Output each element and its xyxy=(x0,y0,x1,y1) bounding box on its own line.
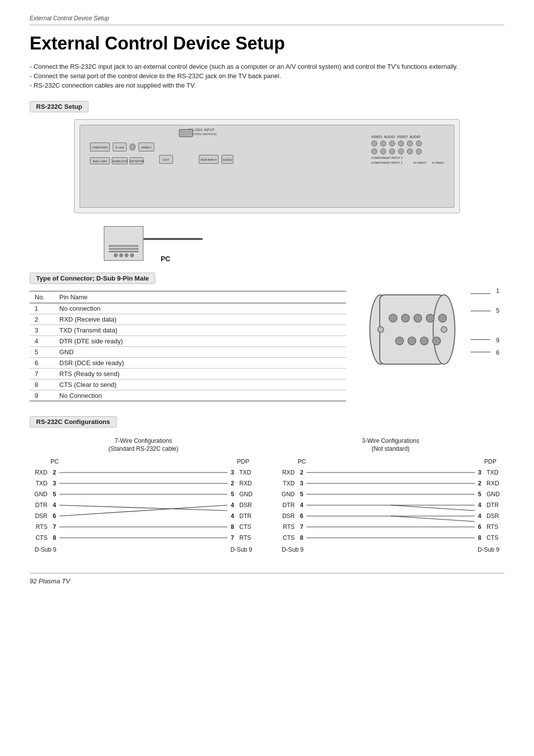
seven-wire-dsub-pc: D-Sub 9 xyxy=(35,546,56,553)
three-wire-dsub-pdp: D-Sub 9 xyxy=(478,546,499,553)
table-row: 9No Connection xyxy=(30,390,346,401)
connector-left: Type of Connector; D-Sub 9-Pin Male No. … xyxy=(30,273,346,401)
three-wire-pc-header: PC xyxy=(298,458,306,465)
panel-ports-mid-left: IEEE-1394 HDMI1:DVI MONITOR xyxy=(90,157,143,164)
pin-label-6: 6 xyxy=(496,349,499,356)
seven-wire-lines xyxy=(59,467,227,543)
panel-ports-left: CAM/CARD S-Link HDMI:2 xyxy=(90,142,154,151)
pin-name-cell: TXD (Transmit data) xyxy=(54,325,346,336)
wire-configs: 7-Wire Configurations (Standard RS-232C … xyxy=(30,437,504,553)
panel-ports-ext: EXT xyxy=(159,155,173,164)
line-to-pin-9 xyxy=(471,339,490,340)
page-footer: 92 Plasma TV xyxy=(30,573,504,585)
seven-wire-title: 7-Wire Configurations xyxy=(30,437,257,444)
svg-point-11 xyxy=(433,337,441,345)
pin-name-cell: GND xyxy=(54,347,346,358)
seven-wire-subtitle: (Standard RS-232C cable) xyxy=(30,445,257,452)
seven-wire-pc-col: RXD2 TXD3 GND5 DTR4 DSR6 RTS7 CTS8 xyxy=(30,467,59,543)
svg-point-5 xyxy=(414,314,422,322)
col-pin-header: Pin Name xyxy=(54,291,346,303)
seven-wire-pdp-header: PDP xyxy=(237,458,249,465)
seven-wire-pdp-col: 3TXD 2RXD 5GND 4DSR 4DTR 8CTS 7RTS xyxy=(227,467,257,543)
pin-name-cell: DSR (DCE side ready) xyxy=(54,358,346,369)
svg-line-18 xyxy=(59,505,227,516)
col-no-header: No. xyxy=(30,291,54,303)
pin-number-cell: 5 xyxy=(30,347,54,358)
pin-name-cell: RXD (Receive data) xyxy=(54,314,346,325)
cable-pc-area: PC xyxy=(74,218,460,263)
svg-point-7 xyxy=(439,314,446,322)
svg-line-25 xyxy=(391,505,475,511)
table-row: 2RXD (Receive data) xyxy=(30,314,346,325)
svg-point-9 xyxy=(408,337,416,345)
pin-label-9: 9 xyxy=(496,337,499,344)
tv-diagram-container: RS-232C INPUT(CONTROL/SERVICE) CAM/CARD … xyxy=(74,119,460,213)
pin-number-cell: 9 xyxy=(30,390,54,401)
page-header-label: External Control Device Setup xyxy=(30,15,504,22)
pin-number-cell: 8 xyxy=(30,379,54,390)
svg-point-8 xyxy=(396,337,403,345)
seven-wire-dsub-pdp: D-Sub 9 xyxy=(230,546,252,553)
pin-number-cell: 1 xyxy=(30,303,54,314)
rs232c-port xyxy=(179,129,193,137)
dsub-diagram: 1 5 9 6 xyxy=(366,292,504,368)
dsub-svg xyxy=(366,292,475,367)
rs232c-badge: RS-232C Setup xyxy=(30,101,89,112)
pin-number-cell: 2 xyxy=(30,314,54,325)
line-to-pin-6 xyxy=(471,352,490,352)
table-row: 4DTR (DTE side ready) xyxy=(30,336,346,347)
svg-line-28 xyxy=(391,516,475,521)
table-row: 5GND xyxy=(30,347,346,358)
svg-point-6 xyxy=(426,314,434,322)
svg-point-13 xyxy=(441,327,447,332)
pin-name-cell: No connection xyxy=(54,303,346,314)
pin-table: No. Pin Name 1No connection2RXD (Receive… xyxy=(30,291,346,401)
three-wire-block: 3-Wire Configurations (Not standard) PC … xyxy=(277,437,504,553)
table-row: 3TXD (Transmit data) xyxy=(30,325,346,336)
pin-label-5: 5 xyxy=(496,307,499,314)
pin-number-cell: 7 xyxy=(30,369,54,379)
svg-point-12 xyxy=(378,327,384,332)
pc-label-text: PC xyxy=(161,255,170,263)
three-wire-pdp-header: PDP xyxy=(484,458,496,465)
config-badge: RS-232C Configurations xyxy=(30,416,117,427)
svg-point-3 xyxy=(389,314,397,322)
line-to-pin-1 xyxy=(471,293,490,294)
three-wire-subtitle: (Not standard) xyxy=(277,445,504,452)
table-row: 8CTS (Clear to send) xyxy=(30,379,346,390)
config-section: RS-232C Configurations 7-Wire Configurat… xyxy=(30,416,504,553)
pin-number-cell: 4 xyxy=(30,336,54,347)
three-wire-pdp-col: 3TXD 2RXD 5GND 4DTR 4DSR 6RTS 8CTS xyxy=(475,467,504,543)
svg-point-4 xyxy=(401,314,409,322)
cable-line xyxy=(143,238,203,240)
panel-ports-right: VIDEO AUDIO VIDEO AUDIO xyxy=(371,135,444,164)
line-to-pin-5 xyxy=(471,311,490,311)
table-row: 6DSR (DCE side ready) xyxy=(30,358,346,369)
connector-badge: Type of Connector; D-Sub 9-Pin Male xyxy=(30,273,155,284)
three-wire-dsub-pc: D-Sub 9 xyxy=(282,546,304,553)
pin-number-cell: 3 xyxy=(30,325,54,336)
pin-name-cell: CTS (Clear to send) xyxy=(54,379,346,390)
rs232c-setup-section: RS-232C Setup RS-232C INPUT(CONTROL/SERV… xyxy=(30,101,504,263)
seven-wire-block: 7-Wire Configurations (Standard RS-232C … xyxy=(30,437,257,553)
pin-name-cell: RTS (Ready to send) xyxy=(54,369,346,379)
three-wire-title: 3-Wire Configurations xyxy=(277,437,504,444)
pin-label-1: 1 xyxy=(496,287,499,294)
intro-item-2: Connect the serial port of the control d… xyxy=(30,72,504,80)
three-wire-lines xyxy=(307,467,475,543)
connector-section: Type of Connector; D-Sub 9-Pin Male No. … xyxy=(30,273,504,401)
seven-wire-pc-header: PC xyxy=(50,458,59,465)
intro-item-1: Connect the RS-232C input jack to an ext… xyxy=(30,63,504,70)
connector-right: 1 5 9 6 xyxy=(366,273,504,368)
table-row: 7RTS (Ready to send) xyxy=(30,369,346,379)
svg-line-17 xyxy=(59,505,227,511)
table-row: 1No connection xyxy=(30,303,346,314)
panel-ports-center: RGB INPUT AUDIO xyxy=(199,155,233,164)
pin-name-cell: No Connection xyxy=(54,390,346,401)
pin-name-cell: DTR (DTE side ready) xyxy=(54,336,346,347)
three-wire-pc-col: RXD2 TXD3 GND5 DTR4 DSR6 RTS7 CTS8 xyxy=(277,467,307,543)
top-divider xyxy=(30,25,504,25)
tv-panel-inner: RS-232C INPUT(CONTROL/SERVICE) CAM/CARD … xyxy=(80,125,454,208)
pc-box xyxy=(104,226,143,261)
svg-point-10 xyxy=(420,337,428,345)
